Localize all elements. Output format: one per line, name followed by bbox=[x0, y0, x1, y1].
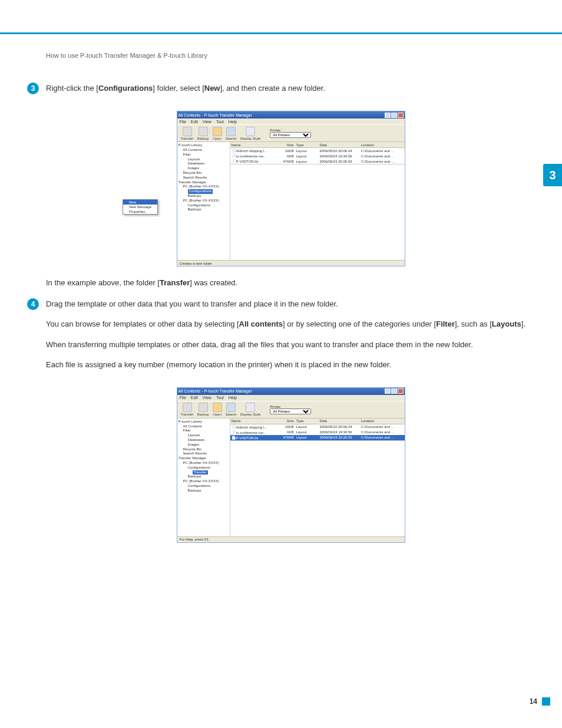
toolbar-transfer[interactable]: Transfer bbox=[181, 403, 194, 416]
tree-node-transfer[interactable]: Transfer bbox=[178, 470, 229, 475]
col-location[interactable]: Location bbox=[360, 143, 405, 147]
tree-node[interactable]: Backups bbox=[178, 194, 229, 199]
tree-node[interactable]: Search Results bbox=[178, 176, 229, 180]
context-properties[interactable]: Properties... bbox=[123, 209, 157, 214]
toolbar-backup[interactable]: Backup bbox=[197, 403, 209, 416]
printer-dropdown[interactable]: All Printers bbox=[270, 409, 311, 414]
minimize-icon[interactable] bbox=[385, 113, 391, 118]
tree-node[interactable]: Configurations bbox=[178, 484, 229, 489]
list-header: Name Size Type Date Location bbox=[230, 419, 405, 424]
tree-node[interactable]: Images bbox=[178, 443, 229, 447]
screenshot-2: All Contents - P-touch Transfer Manager … bbox=[177, 387, 405, 543]
transfer-icon bbox=[183, 127, 192, 136]
tree-node[interactable]: Images bbox=[178, 166, 229, 171]
toolbar-display[interactable]: Display Style bbox=[240, 127, 261, 140]
tree-node[interactable]: Backups bbox=[178, 207, 229, 212]
toolbar-backup[interactable]: Backup bbox=[197, 127, 209, 140]
menu-view[interactable]: View bbox=[203, 120, 211, 124]
list-row[interactable]: P-VISITOR.lbl476KBLayout2006/06/19 20:26… bbox=[230, 159, 405, 164]
tree-node-configurations[interactable]: Configurations bbox=[178, 189, 229, 194]
display-icon bbox=[246, 403, 255, 412]
list-row[interactable]: 4x6inch shipping l...16KBLayout2006/05/1… bbox=[230, 424, 405, 430]
maximize-icon[interactable] bbox=[391, 388, 397, 394]
list-row-selected[interactable]: P-VISITOR.lbl476KBLayout2006/06/19 20:26… bbox=[230, 435, 405, 440]
screenshot-1: All Contents - P-touch Transfer Manager … bbox=[177, 111, 405, 266]
tree-node[interactable]: Databases bbox=[178, 438, 229, 443]
menu-bar: File Edit View Tool Help bbox=[177, 118, 405, 124]
menu-edit[interactable]: Edit bbox=[191, 120, 198, 124]
step-4-p2: You can browse for templates or other da… bbox=[46, 318, 535, 330]
tree-node[interactable]: P-touch Library bbox=[178, 420, 229, 424]
step-4: 4 Drag the template or other data that y… bbox=[46, 298, 535, 379]
col-date[interactable]: Date bbox=[319, 143, 360, 147]
col-location[interactable]: Location bbox=[360, 419, 405, 423]
toolbar-open[interactable]: Open bbox=[213, 127, 222, 140]
col-date[interactable]: Date bbox=[319, 419, 360, 423]
col-size[interactable]: Size bbox=[277, 419, 295, 423]
context-new[interactable]: New bbox=[123, 200, 157, 205]
tree-node[interactable]: Recycle Bin bbox=[178, 171, 229, 176]
tree-node[interactable]: Databases bbox=[178, 162, 229, 166]
tree-node[interactable]: Search Results bbox=[178, 452, 229, 456]
open-icon bbox=[213, 403, 222, 412]
menu-help[interactable]: Help bbox=[229, 396, 237, 400]
toolbar-search[interactable]: Search bbox=[226, 403, 237, 416]
menu-tool[interactable]: Tool bbox=[216, 120, 224, 124]
close-icon[interactable] bbox=[398, 113, 404, 118]
status-bar: Creates a new folder bbox=[177, 260, 405, 266]
menu-tool[interactable]: Tool bbox=[216, 396, 224, 400]
tree-view[interactable]: P-touch Library All Contents Filter Layo… bbox=[177, 419, 230, 536]
tree-node[interactable]: Recycle Bin bbox=[178, 447, 229, 452]
col-size[interactable]: Size bbox=[277, 143, 295, 147]
tree-node[interactable]: P-touch Library bbox=[178, 143, 229, 148]
toolbar-open[interactable]: Open bbox=[213, 403, 222, 416]
tree-node[interactable]: PC (Brother XX-XXXX) bbox=[178, 199, 229, 203]
col-type[interactable]: Type bbox=[295, 419, 319, 423]
menu-file[interactable]: File bbox=[180, 120, 186, 124]
tree-node[interactable]: All Contents bbox=[178, 148, 229, 153]
toolbar-search[interactable]: Search bbox=[226, 127, 237, 140]
list-row[interactable]: to conference roo...6KBLayout2006/03/24 … bbox=[230, 430, 405, 435]
menu-edit[interactable]: Edit bbox=[191, 396, 198, 400]
col-name[interactable]: Name bbox=[230, 419, 277, 423]
close-icon[interactable] bbox=[398, 388, 404, 394]
toolbar: Transfer Backup Open Search Display Styl… bbox=[177, 124, 405, 142]
window-titlebar: All Contents - P-touch Transfer Manager bbox=[177, 111, 405, 118]
tree-node[interactable]: Backups bbox=[178, 489, 229, 493]
menu-help[interactable]: Help bbox=[229, 120, 237, 124]
window-buttons bbox=[385, 113, 404, 118]
tree-node[interactable]: Filter bbox=[178, 153, 229, 157]
step-3-caption: In the example above, the folder [Transf… bbox=[46, 277, 535, 289]
list-view: Name Size Type Date Location 4x6inch shi… bbox=[230, 142, 405, 260]
list-row[interactable]: to conference roo...6KBLayout2006/03/24 … bbox=[230, 153, 405, 159]
tree-node[interactable]: PC (Brother XX-XXXX) bbox=[178, 479, 229, 484]
minimize-icon[interactable] bbox=[385, 388, 391, 394]
printer-selector: Printer: All Printers bbox=[270, 129, 311, 138]
col-name[interactable]: Name bbox=[230, 143, 277, 147]
list-row[interactable]: 4x6inch shipping l...16KBLayout2006/05/1… bbox=[230, 148, 405, 153]
tree-node[interactable]: Layouts bbox=[178, 157, 229, 162]
page-content: How to use P-touch Transfer Manager & P-… bbox=[0, 34, 562, 543]
tree-node[interactable]: All Contents bbox=[178, 424, 229, 429]
tree-node[interactable]: Backups bbox=[178, 475, 229, 479]
open-icon bbox=[213, 127, 222, 136]
tree-node[interactable]: PC (Brother XX-XXXX) bbox=[178, 461, 229, 466]
tree-node[interactable]: PC (Brother XX-XXXX) bbox=[178, 185, 229, 189]
tree-node[interactable]: Layouts bbox=[178, 433, 229, 438]
tree-view[interactable]: P-touch Library All Contents Filter Layo… bbox=[177, 142, 230, 260]
col-type[interactable]: Type bbox=[295, 143, 319, 147]
tree-node[interactable]: Transfer Manager bbox=[178, 456, 229, 461]
menu-view[interactable]: View bbox=[203, 396, 211, 400]
menu-file[interactable]: File bbox=[180, 396, 186, 400]
toolbar-display[interactable]: Display Style bbox=[240, 403, 261, 416]
printer-dropdown[interactable]: All Printers bbox=[270, 132, 311, 138]
tree-node[interactable]: Filter bbox=[178, 429, 229, 433]
tree-node[interactable]: Configurations bbox=[178, 203, 229, 208]
context-new-message[interactable]: New Message bbox=[123, 205, 157, 209]
toolbar-transfer[interactable]: Transfer bbox=[181, 127, 194, 140]
context-menu: New New Message Properties... bbox=[123, 199, 158, 215]
tree-node[interactable]: Transfer Manager bbox=[178, 180, 229, 185]
tree-node[interactable]: Configurations bbox=[178, 466, 229, 470]
maximize-icon[interactable] bbox=[391, 113, 397, 118]
chapter-tab: 3 bbox=[543, 164, 562, 186]
